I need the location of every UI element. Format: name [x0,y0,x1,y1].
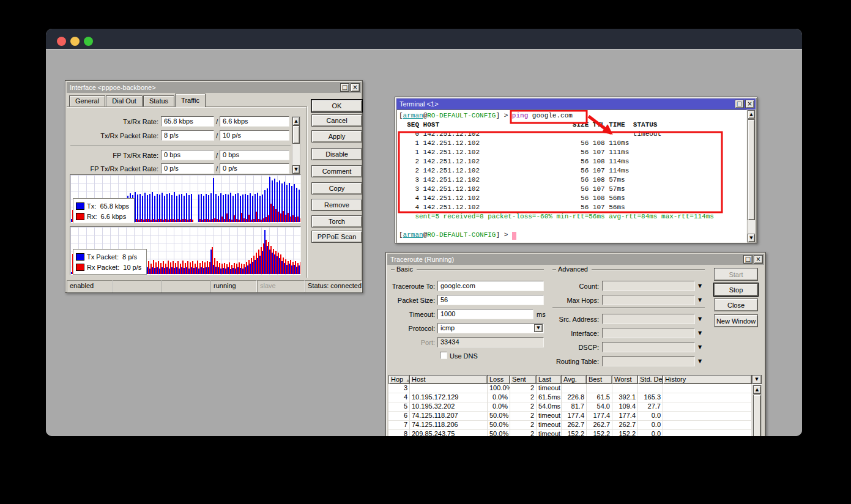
count-input[interactable] [602,281,695,291]
routing-table-input[interactable] [602,356,695,366]
traceroute-titlebar[interactable]: Traceroute (Running) □ × [387,254,764,265]
legend-label: Rx Packet: 10 p/s [87,264,141,271]
cell-avg: 177.4 [562,412,587,421]
close-icon[interactable]: × [754,255,763,264]
src-address-input[interactable] [602,314,695,324]
scroll-up-icon[interactable]: ▲ [753,385,761,394]
traffic-light-minimize-button[interactable] [70,37,80,46]
use-dns-checkbox[interactable] [440,352,447,359]
cancel-button[interactable]: Cancel [311,114,362,127]
terminal-titlebar[interactable]: Terminal <1> □ × [396,98,756,109]
column-header-hop[interactable]: Hop▲ [388,375,410,384]
traffic-light-zoom-button[interactable] [84,37,93,46]
hops-scrollbar-thumb[interactable] [753,395,761,436]
interface-input[interactable] [602,328,695,338]
terminal-text: ] > [496,112,511,119]
ok-button[interactable]: OK [311,100,362,112]
close-button[interactable]: Close [714,298,758,311]
scroll-down-icon[interactable]: ▼ [292,165,300,174]
column-header-loss[interactable]: Loss [488,375,510,384]
fields-scrollbar[interactable]: ▲ ▼ [292,116,300,174]
cell-worst: 109.4 [612,402,638,412]
tab-general[interactable]: General [69,95,105,107]
terminal-scrollbar-thumb[interactable] [748,119,755,220]
cell-last: timeout [537,412,562,421]
copy-button[interactable]: Copy [311,182,362,195]
dropdown-icon[interactable]: ▼ [698,297,702,303]
timeout-input[interactable]: 1000 [437,309,533,319]
maximize-icon[interactable]: □ [340,83,349,92]
cell-best: 54.0 [587,402,612,412]
hops-table-scrollbar[interactable]: ▲ [753,385,762,436]
interface-window: Interface <pppoe-backbone> □ × GeneralDi… [65,80,363,293]
terminal-scrollbar[interactable]: ▲ ▼ [747,109,756,243]
interface-titlebar[interactable]: Interface <pppoe-backbone> □ × [67,82,361,93]
scroll-down-icon[interactable]: ▼ [748,234,755,242]
rate-field-value-1: 0 bps [161,150,214,160]
column-header-last[interactable]: Last [537,375,562,384]
scroll-up-icon[interactable]: ▲ [748,110,755,119]
cell-host [410,384,488,393]
column-header-sent[interactable]: Sent [510,375,537,384]
tab-dial-out[interactable]: Dial Out [106,95,143,107]
traffic-light-close-button[interactable] [57,37,66,46]
cell-last: 61.5ms [537,393,562,402]
dropdown-icon[interactable]: ▼ [698,283,702,289]
column-header-best[interactable]: Best [587,375,612,384]
table-row[interactable]: 774.125.118.20650.0%2timeout262.7262.726… [388,421,752,430]
table-row[interactable]: 8209.85.243.7550.0%2timeout152.2152.2152… [388,430,752,436]
table-row[interactable]: 410.195.172.1290.0%261.5ms226.861.5392.1… [388,393,752,402]
pppoe-scan-button[interactable]: PPPoE Scan [311,231,362,243]
fields-scrollbar-thumb[interactable] [292,125,300,144]
dscp-input[interactable] [602,342,695,352]
interface-status-bar: enabledrunningslaveStatus: connected [65,280,363,292]
column-header-stddev[interactable]: Std. Dev. [638,375,663,384]
timeout-label: Timeout: [386,311,435,318]
column-header-worst[interactable]: Worst [612,375,638,384]
cell-stddev: 165.3 [638,393,663,402]
maximize-icon[interactable]: □ [743,255,753,264]
terminal-text: 1 142.251.12.102 56 107 111ms [399,149,629,156]
rate-field-label: Tx/Rx Packet Rate: [65,132,158,139]
scroll-up-icon[interactable]: ▲ [292,117,300,125]
table-row[interactable]: 3100.0%2timeout [388,384,752,393]
terminal-line: 4 142.251.12.102 56 108 56ms [399,194,746,203]
mac-window: Interface <pppoe-backbone> □ × GeneralDi… [46,29,802,436]
dropdown-icon[interactable]: ▼ [698,344,702,350]
disable-button[interactable]: Disable [311,148,362,160]
cell-host: 74.125.118.207 [410,412,488,421]
table-row[interactable]: 510.195.32.2020.0%254.0ms81.754.0109.427… [388,402,752,412]
cell-stddev: 0.0 [638,421,663,430]
cell-stddev: 0.0 [638,430,663,436]
stop-button[interactable]: Stop [714,283,758,296]
rate-field-value-2: 6.6 kbps [220,116,289,127]
cell-hop: 3 [388,384,410,393]
apply-button[interactable]: Apply [311,130,362,143]
column-select-icon[interactable]: ▼ [752,375,762,384]
packet-rate-legend: Tx Packet: 8 p/sRx Packet: 10 p/s [73,249,147,275]
dropdown-icon[interactable]: ▼ [698,316,702,322]
close-icon[interactable]: × [351,83,360,92]
mac-titlebar [46,29,802,49]
basic-group-label: Basic [396,265,413,273]
torch-button[interactable]: Torch [311,215,362,228]
table-row[interactable]: 674.125.118.20750.0%2timeout177.4177.417… [388,412,752,421]
dropdown-icon[interactable]: ▼ [698,358,702,364]
dropdown-icon[interactable]: ▼ [698,330,702,336]
tab-status[interactable]: Status [143,95,174,107]
column-header-avg[interactable]: Avg. [562,375,587,384]
terminal-output[interactable]: [arman@RO-DEFAULT-CONFIG] > ping google.… [396,109,747,243]
maximize-icon[interactable]: □ [735,100,744,108]
column-header-host[interactable]: Host [410,375,488,384]
cell-sent: 2 [510,412,537,421]
remove-button[interactable]: Remove [311,199,362,211]
advanced-group-label: Advanced [558,265,588,273]
cell-avg: 152.2 [562,430,587,436]
close-icon[interactable]: × [745,100,754,108]
max-hops-input[interactable] [602,295,695,305]
tab-traffic[interactable]: Traffic [175,94,206,107]
column-header-history[interactable]: History [663,375,752,384]
terminal-text: [ [399,112,403,119]
new-window-button[interactable]: New Window [714,314,758,327]
comment-button[interactable]: Comment [311,165,362,177]
